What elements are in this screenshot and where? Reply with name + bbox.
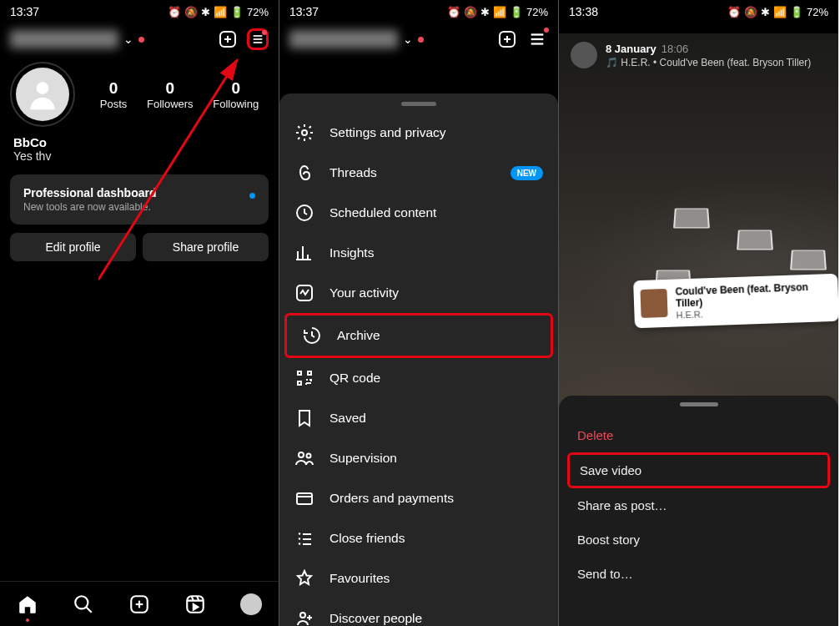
sheet-grabber[interactable]	[680, 402, 718, 406]
alarm-icon: ⏰	[447, 6, 460, 18]
profile-tab[interactable]	[240, 593, 262, 615]
bookmark-icon	[294, 408, 314, 428]
menu-threads[interactable]: Threads NEW	[279, 153, 558, 193]
menu-settings[interactable]: Settings and privacy	[279, 113, 558, 153]
status-bar: 13:38 ⏰ 🔕 ✱ 📶 🔋 72%	[559, 0, 838, 22]
home-icon[interactable]	[17, 593, 38, 615]
bio-text: Yes thv	[13, 149, 265, 163]
archive-icon	[302, 326, 322, 346]
svg-point-8	[75, 596, 88, 608]
status-bar: 13:37 ⏰ 🔕 ✱ 📶 🔋 72%	[279, 0, 558, 22]
notification-dot	[138, 37, 144, 43]
story-actions-sheet: Delete Save video Share as post… Boost s…	[559, 396, 838, 626]
signal-icon: 📶	[214, 6, 227, 18]
signal-icon: 📶	[773, 6, 787, 18]
status-time: 13:38	[569, 5, 598, 18]
hamburger-menu[interactable]	[526, 28, 548, 50]
alarm-icon: ⏰	[727, 6, 741, 18]
menu-sheet: Settings and privacy Threads NEW Schedul…	[279, 93, 558, 626]
status-time: 13:37	[289, 5, 319, 18]
svg-point-20	[302, 130, 307, 135]
professional-dashboard[interactable]: Professional dashboard New tools are now…	[10, 174, 269, 225]
bluetooth-icon: ✱	[201, 6, 210, 18]
status-icons: ⏰ 🔕 ✱ 📶 🔋 72%	[168, 6, 269, 18]
stat-followers[interactable]: 0 Followers	[147, 79, 194, 110]
card-icon	[294, 488, 314, 508]
clock-icon	[294, 203, 314, 223]
username-blurred	[10, 30, 118, 48]
menu-scheduled[interactable]: Scheduled content	[279, 193, 558, 233]
signal-icon: 📶	[493, 6, 506, 18]
menu-discover[interactable]: Discover people	[279, 598, 558, 626]
search-icon[interactable]	[73, 593, 94, 615]
create-button[interactable]	[496, 28, 518, 50]
qr-icon	[294, 368, 314, 388]
stat-posts[interactable]: 0 Posts	[100, 79, 128, 110]
gear-icon	[294, 123, 314, 143]
activity-icon	[294, 283, 314, 303]
menu-supervision[interactable]: Supervision	[279, 438, 558, 478]
battery-text: 72%	[807, 6, 828, 18]
edit-profile-button[interactable]: Edit profile	[10, 233, 136, 261]
stat-following[interactable]: 0 Following	[213, 79, 259, 110]
menu-qr[interactable]: QR code	[279, 358, 558, 398]
action-delete[interactable]: Delete	[559, 418, 838, 452]
action-boost[interactable]: Boost story	[559, 523, 838, 557]
status-bar: 13:37 ⏰ 🔕 ✱ 📶 🔋 72%	[0, 0, 279, 22]
story-music-line: 🎵 H.E.R. • Could've Been (feat. Bryson T…	[606, 57, 811, 68]
battery-text: 72%	[247, 6, 269, 18]
notification-dot	[418, 37, 424, 43]
chevron-down-icon[interactable]: ⌄	[403, 33, 413, 46]
svg-point-27	[300, 613, 305, 618]
dnd-icon: 🔕	[744, 6, 757, 18]
insights-icon	[294, 243, 314, 263]
menu-saved[interactable]: Saved	[279, 398, 558, 438]
action-save-video[interactable]: Save video	[570, 455, 827, 486]
alarm-icon: ⏰	[168, 6, 181, 18]
action-share-post[interactable]: Share as post…	[559, 488, 838, 523]
hamburger-menu[interactable]	[247, 28, 269, 50]
chevron-down-icon[interactable]: ⌄	[123, 33, 133, 46]
sheet-grabber[interactable]	[401, 102, 436, 106]
nav-bar	[0, 581, 279, 626]
story-avatar[interactable]	[571, 42, 597, 68]
share-profile-button[interactable]: Share profile	[143, 233, 269, 261]
music-sticker[interactable]: Could've Been (feat. Bryson Tiller) H.E.…	[633, 274, 838, 328]
music-thumb	[640, 289, 667, 318]
battery-icon: 🔋	[230, 6, 244, 18]
menu-favourites[interactable]: Favourites	[279, 558, 558, 598]
svg-point-23	[299, 452, 304, 457]
bluetooth-icon: ✱	[761, 6, 770, 18]
new-badge: NEW	[511, 166, 543, 180]
discover-icon	[294, 608, 314, 626]
menu-orders[interactable]: Orders and payments	[279, 478, 558, 518]
avatar[interactable]	[10, 62, 75, 127]
menu-close-friends[interactable]: Close friends	[279, 518, 558, 558]
supervision-icon	[294, 448, 314, 468]
panel-profile: 13:37 ⏰ 🔕 ✱ 📶 🔋 72% ⌄	[0, 0, 279, 626]
display-name: BbCo	[13, 135, 265, 149]
svg-rect-25	[297, 493, 312, 504]
dnd-icon: 🔕	[464, 6, 477, 18]
svg-point-6	[37, 82, 49, 94]
dnd-icon: 🔕	[184, 6, 198, 18]
action-send-to[interactable]: Send to…	[559, 557, 838, 591]
new-post-icon[interactable]	[128, 593, 150, 615]
menu-insights[interactable]: Insights	[279, 233, 558, 273]
dash-indicator	[249, 193, 255, 199]
panel-menu: 13:37 ⏰ 🔕 ✱ 📶 🔋 72% ⌄ Settin	[279, 0, 559, 626]
story-date: 8 January	[606, 43, 656, 55]
username-blurred	[289, 30, 398, 48]
story-time: 18:06	[661, 43, 689, 55]
create-button[interactable]	[217, 28, 239, 50]
threads-icon	[294, 163, 314, 183]
menu-archive[interactable]: Archive	[287, 316, 551, 356]
bluetooth-icon: ✱	[480, 6, 490, 18]
star-icon	[294, 568, 314, 588]
menu-activity[interactable]: Your activity	[279, 273, 558, 313]
reels-icon[interactable]	[184, 593, 206, 615]
battery-icon: 🔋	[510, 6, 523, 18]
battery-icon: 🔋	[790, 6, 803, 18]
battery-text: 72%	[526, 6, 548, 18]
svg-rect-13	[187, 596, 204, 613]
